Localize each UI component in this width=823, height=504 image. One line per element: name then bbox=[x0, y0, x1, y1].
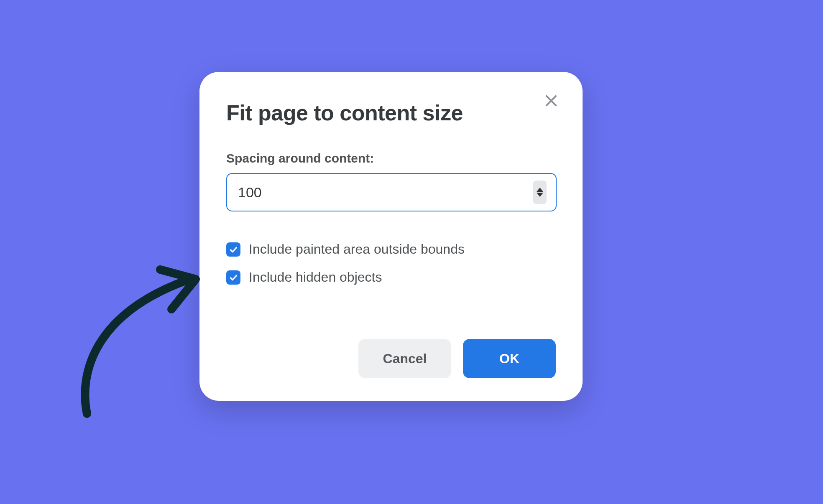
stepper-up-icon[interactable] bbox=[537, 188, 543, 192]
option-hidden-objects[interactable]: Include hidden objects bbox=[226, 270, 556, 285]
options-group: Include painted area outside bounds Incl… bbox=[226, 242, 556, 285]
checkbox-label: Include painted area outside bounds bbox=[249, 242, 465, 257]
check-icon bbox=[229, 273, 238, 282]
dialog-title: Fit page to content size bbox=[226, 100, 556, 125]
dialog-buttons: Cancel OK bbox=[358, 339, 556, 378]
cancel-button[interactable]: Cancel bbox=[358, 339, 451, 378]
checkbox-hidden-objects[interactable] bbox=[226, 270, 240, 285]
checkbox-label: Include hidden objects bbox=[249, 270, 382, 285]
annotation-arrow-icon bbox=[66, 255, 212, 422]
spacing-input[interactable]: 100 bbox=[226, 173, 557, 211]
fit-page-dialog: Fit page to content size Spacing around … bbox=[199, 72, 583, 401]
checkbox-painted-area[interactable] bbox=[226, 242, 240, 257]
option-painted-area[interactable]: Include painted area outside bounds bbox=[226, 242, 556, 257]
close-icon[interactable] bbox=[542, 92, 560, 109]
stepper-down-icon[interactable] bbox=[537, 193, 543, 197]
ok-button[interactable]: OK bbox=[463, 339, 556, 378]
spacing-label: Spacing around content: bbox=[226, 151, 556, 165]
number-stepper[interactable] bbox=[533, 181, 547, 204]
check-icon bbox=[229, 245, 238, 254]
spacing-value: 100 bbox=[238, 184, 533, 201]
